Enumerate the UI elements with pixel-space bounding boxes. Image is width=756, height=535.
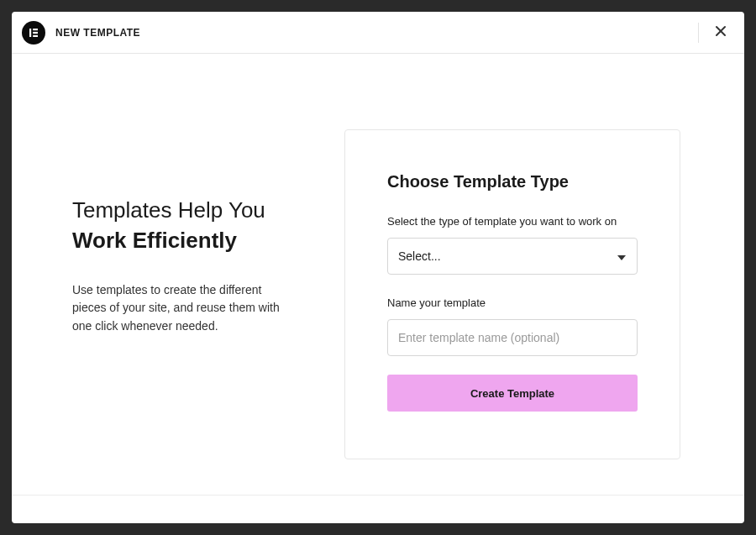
modal-title: NEW TEMPLATE: [55, 27, 140, 39]
create-template-button[interactable]: Create Template: [387, 375, 638, 412]
modal-footer: [12, 495, 744, 523]
modal-header: NEW TEMPLATE: [12, 12, 744, 54]
intro-column: Templates Help You Work Efficiently Use …: [72, 129, 311, 459]
elementor-logo-icon: [22, 21, 45, 45]
svg-rect-1: [33, 29, 38, 30]
intro-headline-line2: Work Efficiently: [72, 225, 311, 255]
template-type-select[interactable]: Select...: [387, 238, 638, 275]
modal-body-inner: Templates Help You Work Efficiently Use …: [12, 129, 744, 459]
close-icon: [714, 24, 727, 40]
intro-headline-line1: Templates Help You: [72, 195, 311, 225]
header-right: [698, 21, 731, 44]
modal-body: Templates Help You Work Efficiently Use …: [12, 54, 744, 495]
svg-rect-2: [33, 31, 38, 33]
template-form-card: Choose Template Type Select the type of …: [344, 129, 680, 459]
template-name-input[interactable]: [387, 319, 638, 356]
new-template-modal: NEW TEMPLATE Templates Help You Work Eff…: [12, 12, 744, 523]
template-type-select-wrap: Select...: [387, 238, 638, 275]
header-left: NEW TEMPLATE: [22, 21, 140, 45]
template-type-selected-value: Select...: [398, 249, 441, 263]
template-type-label: Select the type of template you want to …: [387, 215, 638, 228]
intro-description: Use templates to create the different pi…: [72, 281, 284, 336]
form-title: Choose Template Type: [387, 172, 638, 191]
template-name-label: Name your template: [387, 296, 638, 309]
svg-rect-3: [33, 34, 38, 36]
intro-headline: Templates Help You Work Efficiently: [72, 195, 311, 256]
header-divider: [698, 23, 699, 43]
svg-rect-0: [29, 29, 31, 37]
close-button[interactable]: [711, 21, 731, 44]
form-column: Choose Template Type Select the type of …: [344, 129, 680, 459]
